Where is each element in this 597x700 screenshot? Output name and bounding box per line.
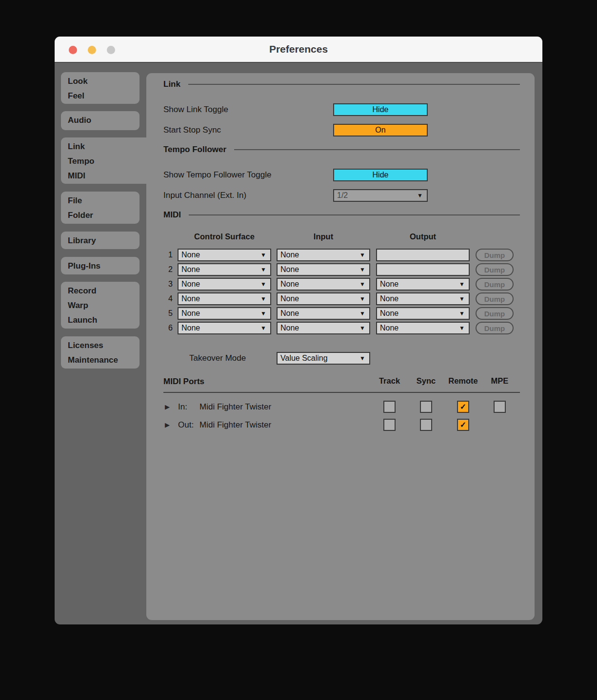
sidebar-tab-record-warp-launch[interactable]: Record Warp Launch — [61, 282, 139, 329]
chevron-down-icon: ▼ — [359, 355, 365, 362]
show-tempo-follower-toggle-label: Show Tempo Follower Toggle — [163, 169, 271, 181]
sidebar-tab-licenses-maintenance[interactable]: Licenses Maintenance — [61, 336, 139, 369]
control-surface-select[interactable]: None ▼ — [178, 322, 271, 334]
checkbox-track[interactable] — [383, 419, 396, 431]
sidebar-tab-file-folder[interactable]: File Folder — [61, 192, 139, 224]
expand-triangle-icon[interactable]: ▶ — [165, 421, 170, 428]
select-value: None — [181, 294, 200, 303]
preferences-window: Preferences Look Feel Audio Link Tempo M… — [55, 37, 542, 624]
chevron-down-icon: ▼ — [260, 295, 266, 302]
select-value: Value Scaling — [280, 354, 328, 363]
midi-port-row-in: ▶ In: Midi Fighter Twister ✓ — [146, 401, 535, 413]
minimize-button[interactable] — [88, 46, 96, 54]
select-value: None — [181, 280, 200, 289]
row-index: 1 — [158, 249, 173, 261]
output-select[interactable]: None ▼ — [376, 278, 470, 291]
checkbox-remote[interactable]: ✓ — [457, 401, 469, 413]
select-value: None — [181, 309, 200, 318]
input-channel-label: Input Channel (Ext. In) — [163, 189, 246, 202]
output-select[interactable]: None ▼ — [376, 292, 470, 305]
control-surface-select[interactable]: None ▼ — [178, 278, 271, 291]
input-select[interactable]: None ▼ — [277, 278, 370, 291]
show-link-toggle-button[interactable]: Hide — [333, 103, 428, 116]
section-title: Tempo Follower — [163, 145, 226, 155]
select-value: None — [380, 309, 398, 318]
show-tempo-follower-toggle-button[interactable]: Hide — [333, 169, 428, 181]
row-index: 5 — [158, 307, 173, 320]
dump-button[interactable]: Dump — [476, 278, 514, 291]
column-header-track: Track — [375, 376, 404, 386]
input-select[interactable]: None ▼ — [277, 249, 370, 261]
select-value: None — [280, 309, 299, 318]
zoom-button — [107, 46, 115, 54]
chevron-down-icon: ▼ — [260, 281, 266, 288]
chevron-down-icon: ▼ — [359, 281, 365, 288]
column-header-mpe: MPE — [486, 376, 513, 386]
checkbox-sync[interactable] — [420, 401, 432, 413]
sidebar-tab-audio[interactable]: Audio — [61, 111, 139, 130]
port-direction: In: — [178, 402, 199, 412]
expand-triangle-icon[interactable]: ▶ — [165, 403, 170, 410]
row-index: 3 — [158, 278, 173, 291]
chevron-down-icon: ▼ — [459, 325, 465, 331]
section-title: MIDI Ports — [163, 377, 204, 387]
port-label: ▶ In: Midi Fighter Twister — [165, 401, 271, 413]
select-value: None — [280, 294, 299, 303]
chevron-down-icon: ▼ — [459, 281, 465, 288]
dump-button[interactable]: Dump — [476, 307, 514, 320]
select-value: None — [280, 324, 299, 332]
dump-button[interactable]: Dump — [476, 249, 514, 261]
section-rule — [234, 149, 520, 150]
control-surface-select[interactable]: None ▼ — [178, 292, 271, 305]
checkbox-mpe[interactable] — [494, 401, 506, 413]
port-direction: Out: — [178, 420, 199, 430]
select-value: None — [181, 265, 200, 274]
port-label: ▶ Out: Midi Fighter Twister — [165, 419, 271, 431]
checkbox-track[interactable] — [383, 401, 396, 413]
start-stop-sync-label: Start Stop Sync — [163, 124, 221, 136]
midi-section-header: MIDI — [163, 210, 520, 220]
sidebar-tab-plug-ins[interactable]: Plug-Ins — [61, 257, 139, 274]
titlebar: Preferences — [55, 37, 542, 63]
row-index: 2 — [158, 263, 173, 276]
dump-button[interactable]: Dump — [476, 292, 514, 305]
section-rule — [189, 214, 520, 215]
input-select[interactable]: None ▼ — [277, 322, 370, 334]
chevron-down-icon: ▼ — [260, 266, 266, 273]
input-select[interactable]: None ▼ — [277, 292, 370, 305]
section-title: MIDI — [163, 210, 181, 220]
section-title: Link — [163, 79, 180, 89]
checkbox-sync[interactable] — [420, 419, 432, 431]
input-channel-select[interactable]: 1/2 ▼ — [333, 189, 428, 202]
takeover-mode-label: Takeover Mode — [189, 352, 246, 365]
output-select[interactable]: None ▼ — [376, 322, 470, 334]
dump-button[interactable]: Dump — [476, 263, 514, 276]
sidebar-tab-library[interactable]: Library — [61, 232, 139, 249]
control-surface-select[interactable]: None ▼ — [178, 263, 271, 276]
takeover-mode-select[interactable]: Value Scaling ▼ — [277, 352, 370, 365]
control-surface-select[interactable]: None ▼ — [178, 249, 271, 261]
chevron-down-icon: ▼ — [359, 325, 365, 331]
checkbox-remote[interactable]: ✓ — [457, 419, 469, 431]
close-button[interactable] — [69, 46, 77, 54]
control-surface-select[interactable]: None ▼ — [178, 307, 271, 320]
input-select[interactable]: None ▼ — [277, 263, 370, 276]
chevron-down-icon: ▼ — [459, 310, 465, 317]
chevron-down-icon: ▼ — [260, 252, 266, 258]
tempo-follower-section-header: Tempo Follower — [163, 144, 520, 155]
chevron-down-icon: ▼ — [359, 310, 365, 317]
chevron-down-icon: ▼ — [260, 310, 266, 317]
sidebar-tab-look-feel[interactable]: Look Feel — [61, 72, 139, 104]
window-title: Preferences — [269, 43, 328, 55]
dump-button[interactable]: Dump — [476, 322, 514, 334]
sidebar-tab-link-tempo-midi[interactable]: Link Tempo MIDI — [61, 137, 150, 184]
midi-table-row: 5 None ▼ None ▼ None ▼ Dump — [146, 307, 535, 320]
output-select[interactable]: None ▼ — [376, 307, 470, 320]
input-select[interactable]: None ▼ — [277, 307, 370, 320]
midi-table-row: 4 None ▼ None ▼ None ▼ Dump — [146, 292, 535, 305]
column-header-output: Output — [376, 232, 470, 241]
start-stop-sync-button[interactable]: On — [333, 124, 428, 136]
column-header-sync: Sync — [411, 376, 441, 386]
settings-panel: Link Show Link Toggle Hide Start Stop Sy… — [146, 73, 535, 620]
port-name: Midi Fighter Twister — [199, 420, 271, 430]
